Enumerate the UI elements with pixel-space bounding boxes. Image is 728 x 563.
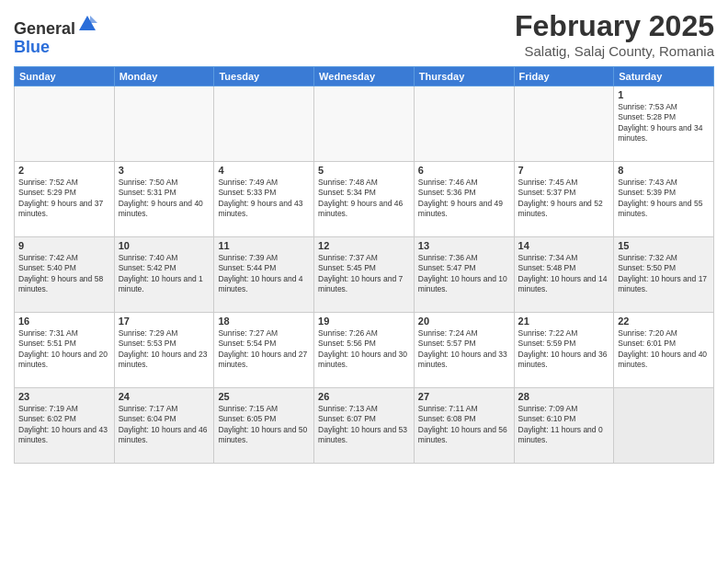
logo: General Blue bbox=[14, 14, 97, 57]
day-number: 16 bbox=[18, 316, 110, 327]
calendar-day: 3Sunrise: 7:50 AM Sunset: 5:31 PM Daylig… bbox=[114, 162, 214, 237]
day-number: 12 bbox=[318, 240, 410, 251]
day-info: Sunrise: 7:29 AM Sunset: 5:53 PM Dayligh… bbox=[119, 328, 210, 371]
day-info: Sunrise: 7:11 AM Sunset: 6:08 PM Dayligh… bbox=[418, 404, 510, 446]
day-info: Sunrise: 7:19 AM Sunset: 6:02 PM Dayligh… bbox=[18, 404, 110, 446]
day-number: 20 bbox=[418, 316, 510, 327]
day-info: Sunrise: 7:37 AM Sunset: 5:45 PM Dayligh… bbox=[318, 253, 410, 295]
day-number: 26 bbox=[318, 391, 410, 402]
calendar-day: 25Sunrise: 7:15 AM Sunset: 6:05 PM Dayli… bbox=[214, 388, 314, 464]
calendar-day bbox=[514, 86, 614, 162]
calendar-day: 28Sunrise: 7:09 AM Sunset: 6:10 PM Dayli… bbox=[514, 388, 614, 464]
weekday-header-monday: Monday bbox=[114, 67, 214, 86]
calendar-day: 2Sunrise: 7:52 AM Sunset: 5:29 PM Daylig… bbox=[15, 162, 115, 237]
calendar-day: 19Sunrise: 7:26 AM Sunset: 5:56 PM Dayli… bbox=[314, 313, 415, 388]
day-number: 2 bbox=[18, 165, 110, 176]
calendar-week-row: 23Sunrise: 7:19 AM Sunset: 6:02 PM Dayli… bbox=[15, 388, 714, 464]
day-info: Sunrise: 7:39 AM Sunset: 5:44 PM Dayligh… bbox=[218, 253, 310, 295]
day-number: 22 bbox=[618, 316, 710, 327]
calendar-week-row: 2Sunrise: 7:52 AM Sunset: 5:29 PM Daylig… bbox=[15, 162, 714, 237]
day-info: Sunrise: 7:43 AM Sunset: 5:39 PM Dayligh… bbox=[618, 178, 710, 220]
day-number: 27 bbox=[418, 391, 510, 402]
title-area: February 2025 Salatig, Salaj County, Rom… bbox=[515, 9, 714, 59]
day-info: Sunrise: 7:48 AM Sunset: 5:34 PM Dayligh… bbox=[318, 178, 410, 220]
weekday-header-friday: Friday bbox=[514, 67, 614, 86]
calendar-day: 23Sunrise: 7:19 AM Sunset: 6:02 PM Dayli… bbox=[15, 388, 115, 464]
day-number: 10 bbox=[119, 240, 210, 251]
calendar-day: 27Sunrise: 7:11 AM Sunset: 6:08 PM Dayli… bbox=[414, 388, 514, 464]
day-info: Sunrise: 7:40 AM Sunset: 5:42 PM Dayligh… bbox=[119, 253, 210, 295]
day-info: Sunrise: 7:09 AM Sunset: 6:10 PM Dayligh… bbox=[518, 404, 610, 446]
day-number: 21 bbox=[518, 316, 610, 327]
location-title: Salatig, Salaj County, Romania bbox=[515, 43, 714, 59]
calendar-week-row: 1Sunrise: 7:53 AM Sunset: 5:28 PM Daylig… bbox=[15, 86, 714, 162]
calendar-day: 15Sunrise: 7:32 AM Sunset: 5:50 PM Dayli… bbox=[614, 237, 714, 313]
calendar-week-row: 9Sunrise: 7:42 AM Sunset: 5:40 PM Daylig… bbox=[15, 237, 714, 313]
day-number: 6 bbox=[418, 165, 510, 176]
day-number: 24 bbox=[119, 391, 210, 402]
day-info: Sunrise: 7:42 AM Sunset: 5:40 PM Dayligh… bbox=[18, 253, 110, 295]
day-number: 13 bbox=[418, 240, 510, 251]
calendar-day: 12Sunrise: 7:37 AM Sunset: 5:45 PM Dayli… bbox=[314, 237, 415, 313]
day-info: Sunrise: 7:20 AM Sunset: 6:01 PM Dayligh… bbox=[618, 328, 710, 371]
weekday-header-saturday: Saturday bbox=[614, 67, 714, 86]
day-number: 4 bbox=[218, 165, 310, 176]
calendar-day bbox=[114, 86, 214, 162]
weekday-header-sunday: Sunday bbox=[15, 67, 115, 86]
calendar-day: 16Sunrise: 7:31 AM Sunset: 5:51 PM Dayli… bbox=[15, 313, 115, 388]
day-info: Sunrise: 7:53 AM Sunset: 5:28 PM Dayligh… bbox=[618, 102, 710, 144]
day-info: Sunrise: 7:15 AM Sunset: 6:05 PM Dayligh… bbox=[218, 404, 310, 446]
month-title: February 2025 bbox=[515, 9, 714, 43]
day-number: 8 bbox=[618, 165, 710, 176]
logo-blue-text: Blue bbox=[14, 38, 50, 56]
calendar-day: 24Sunrise: 7:17 AM Sunset: 6:04 PM Dayli… bbox=[114, 388, 214, 464]
day-info: Sunrise: 7:49 AM Sunset: 5:33 PM Dayligh… bbox=[218, 178, 310, 220]
day-number: 15 bbox=[618, 240, 710, 251]
calendar-day: 14Sunrise: 7:34 AM Sunset: 5:48 PM Dayli… bbox=[514, 237, 614, 313]
calendar-week-row: 16Sunrise: 7:31 AM Sunset: 5:51 PM Dayli… bbox=[15, 313, 714, 388]
calendar-table: SundayMondayTuesdayWednesdayThursdayFrid… bbox=[14, 66, 714, 464]
day-info: Sunrise: 7:13 AM Sunset: 6:07 PM Dayligh… bbox=[318, 404, 410, 446]
calendar-day: 22Sunrise: 7:20 AM Sunset: 6:01 PM Dayli… bbox=[614, 313, 714, 388]
day-number: 7 bbox=[518, 165, 610, 176]
calendar-day: 7Sunrise: 7:45 AM Sunset: 5:37 PM Daylig… bbox=[514, 162, 614, 237]
calendar-day: 8Sunrise: 7:43 AM Sunset: 5:39 PM Daylig… bbox=[614, 162, 714, 237]
calendar-day: 11Sunrise: 7:39 AM Sunset: 5:44 PM Dayli… bbox=[214, 237, 314, 313]
logo-icon bbox=[77, 14, 97, 34]
calendar-day: 9Sunrise: 7:42 AM Sunset: 5:40 PM Daylig… bbox=[15, 237, 115, 313]
day-info: Sunrise: 7:27 AM Sunset: 5:54 PM Dayligh… bbox=[218, 328, 310, 371]
day-info: Sunrise: 7:17 AM Sunset: 6:04 PM Dayligh… bbox=[119, 404, 210, 446]
day-info: Sunrise: 7:36 AM Sunset: 5:47 PM Dayligh… bbox=[418, 253, 510, 295]
calendar-day: 17Sunrise: 7:29 AM Sunset: 5:53 PM Dayli… bbox=[114, 313, 214, 388]
day-number: 3 bbox=[119, 165, 210, 176]
day-number: 5 bbox=[318, 165, 410, 176]
day-info: Sunrise: 7:52 AM Sunset: 5:29 PM Dayligh… bbox=[18, 178, 110, 220]
calendar-day: 13Sunrise: 7:36 AM Sunset: 5:47 PM Dayli… bbox=[414, 237, 514, 313]
calendar-day: 21Sunrise: 7:22 AM Sunset: 5:59 PM Dayli… bbox=[514, 313, 614, 388]
day-number: 9 bbox=[18, 240, 110, 251]
day-number: 28 bbox=[518, 391, 610, 402]
day-number: 23 bbox=[18, 391, 110, 402]
calendar-day: 4Sunrise: 7:49 AM Sunset: 5:33 PM Daylig… bbox=[214, 162, 314, 237]
day-info: Sunrise: 7:24 AM Sunset: 5:57 PM Dayligh… bbox=[418, 328, 510, 371]
calendar-day bbox=[414, 86, 514, 162]
day-number: 11 bbox=[218, 240, 310, 251]
calendar-day: 1Sunrise: 7:53 AM Sunset: 5:28 PM Daylig… bbox=[614, 86, 714, 162]
weekday-header-thursday: Thursday bbox=[414, 67, 514, 86]
svg-marker-1 bbox=[90, 16, 97, 23]
calendar-day: 18Sunrise: 7:27 AM Sunset: 5:54 PM Dayli… bbox=[214, 313, 314, 388]
calendar-day bbox=[614, 388, 714, 464]
calendar-day: 5Sunrise: 7:48 AM Sunset: 5:34 PM Daylig… bbox=[314, 162, 415, 237]
header: General Blue February 2025 Salatig, Sala… bbox=[14, 9, 714, 59]
calendar-day: 20Sunrise: 7:24 AM Sunset: 5:57 PM Dayli… bbox=[414, 313, 514, 388]
day-number: 25 bbox=[218, 391, 310, 402]
calendar-container: General Blue February 2025 Salatig, Sala… bbox=[0, 0, 728, 563]
day-info: Sunrise: 7:46 AM Sunset: 5:36 PM Dayligh… bbox=[418, 178, 510, 220]
day-info: Sunrise: 7:45 AM Sunset: 5:37 PM Dayligh… bbox=[518, 178, 610, 220]
day-info: Sunrise: 7:50 AM Sunset: 5:31 PM Dayligh… bbox=[119, 178, 210, 220]
calendar-day bbox=[214, 86, 314, 162]
calendar-day bbox=[314, 86, 415, 162]
calendar-day: 10Sunrise: 7:40 AM Sunset: 5:42 PM Dayli… bbox=[114, 237, 214, 313]
calendar-day: 6Sunrise: 7:46 AM Sunset: 5:36 PM Daylig… bbox=[414, 162, 514, 237]
day-number: 18 bbox=[218, 316, 310, 327]
